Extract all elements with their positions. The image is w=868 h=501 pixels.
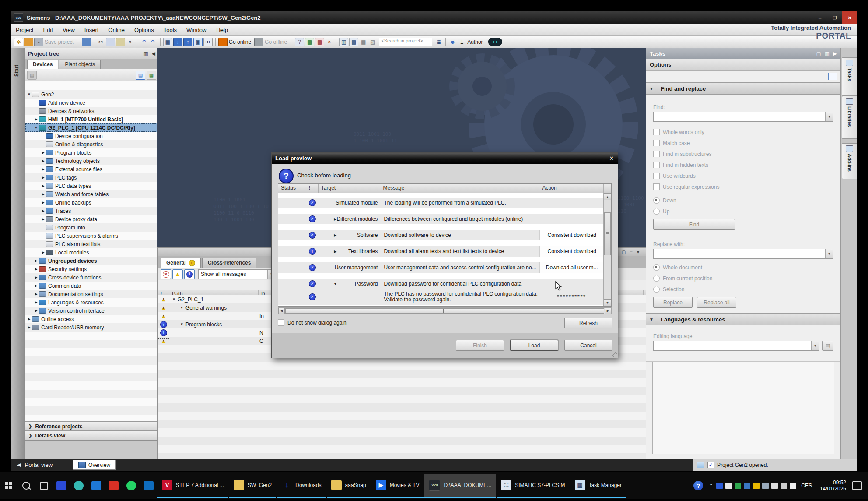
start-button[interactable] bbox=[2, 479, 15, 492]
side-tab-libraries[interactable]: Libraries bbox=[842, 96, 857, 139]
print-icon[interactable] bbox=[82, 38, 91, 46]
tree-item-security-settings[interactable]: ▶Security settings bbox=[25, 265, 158, 273]
radio-button[interactable] bbox=[653, 208, 660, 215]
expander-icon[interactable]: ▶ bbox=[27, 317, 31, 321]
expander-icon[interactable]: ▶ bbox=[34, 292, 38, 296]
warning-filter-icon[interactable]: ▲ bbox=[172, 269, 183, 279]
minimize-button[interactable]: – bbox=[812, 11, 827, 24]
tree-item-plc-data-types[interactable]: ▶PLC data types bbox=[25, 182, 158, 190]
go-online-icon[interactable] bbox=[218, 38, 228, 46]
expander-icon[interactable]: ▶ bbox=[41, 151, 45, 155]
taskbar-app-sw-gen2[interactable]: SW_Gen2 bbox=[229, 474, 276, 498]
checkbox[interactable] bbox=[278, 319, 284, 326]
tree-item-documentation-settings[interactable]: ▶Documentation settings bbox=[25, 290, 158, 298]
whatsapp-app-icon[interactable] bbox=[125, 479, 138, 492]
cancel-button[interactable]: Cancel bbox=[564, 340, 612, 351]
checkbox[interactable] bbox=[653, 162, 660, 168]
tree-item-technology-objects[interactable]: ▶Technology objects bbox=[25, 157, 158, 165]
search-button[interactable] bbox=[20, 479, 33, 492]
find-replace-section-header[interactable]: ▼ Find and replace bbox=[646, 82, 840, 95]
panel-bar-details-view[interactable]: ❯Details view bbox=[25, 430, 158, 440]
overview-tab[interactable]: Overview bbox=[73, 460, 116, 470]
float-window-icon[interactable]: ▢ bbox=[816, 51, 821, 56]
menu-tools[interactable]: Tools bbox=[159, 27, 182, 33]
taskbar-app-movies-tv[interactable]: ▶Movies & TV bbox=[371, 474, 424, 498]
checkbox[interactable] bbox=[653, 140, 660, 146]
receive-alarms-icon[interactable]: ▤ bbox=[315, 38, 324, 46]
radio-selection[interactable]: Selection bbox=[653, 286, 840, 293]
tree-item-languages-resources[interactable]: ▶Languages & resources bbox=[25, 298, 158, 307]
panel-bar-reference-projects[interactable]: ❯Reference projects bbox=[25, 421, 158, 431]
calculator-tray-icon[interactable] bbox=[725, 483, 732, 489]
task-view-button[interactable] bbox=[37, 479, 50, 492]
taskbar-app-d-aaa-dokume-[interactable]: V20D:\AAA_DOKUME... bbox=[424, 474, 496, 498]
radio-whole-document[interactable]: Whole document bbox=[653, 264, 840, 271]
tab-cross-references[interactable]: Cross-references bbox=[202, 258, 257, 268]
portal-view-button[interactable]: ◀ Portal view bbox=[17, 462, 52, 468]
taskbar-app-aaasnap[interactable]: aaaSnap bbox=[327, 474, 371, 498]
green-status-tray-icon[interactable] bbox=[735, 483, 741, 489]
menu-insert[interactable]: Insert bbox=[80, 27, 104, 33]
expander-icon[interactable]: ▶ bbox=[41, 217, 45, 221]
expander-icon[interactable]: ▶ bbox=[333, 233, 337, 237]
expander-icon[interactable]: ▶ bbox=[34, 117, 38, 121]
language-indicator[interactable]: CES bbox=[801, 483, 812, 489]
outlook-app-icon[interactable] bbox=[142, 479, 155, 492]
scroll-right-icon[interactable]: ▶ bbox=[605, 308, 611, 314]
checkbox[interactable] bbox=[653, 173, 660, 179]
tree-item-hmi-1-mtp700-unified-basic-[interactable]: ▶HMI_1 [MTP700 Unified Basic] bbox=[25, 115, 158, 123]
checkbox-use-wildcards[interactable]: Use wildcards bbox=[653, 173, 840, 179]
dialog-title-bar[interactable]: Load preview ✕ bbox=[272, 153, 618, 164]
undo-icon[interactable]: ↶ bbox=[140, 38, 148, 46]
user-sync-icon[interactable]: ± bbox=[458, 38, 466, 46]
column-header-Target[interactable]: Target bbox=[318, 184, 381, 193]
tab-plant-objects[interactable]: Plant objects bbox=[59, 60, 101, 69]
refresh-button[interactable]: Refresh bbox=[564, 318, 612, 328]
columns-icon[interactable]: ▥ bbox=[144, 51, 148, 56]
paste-icon[interactable] bbox=[116, 38, 125, 46]
tree-item-program-blocks[interactable]: ▶Program blocks bbox=[25, 148, 158, 157]
start-rail-label[interactable]: Start bbox=[14, 65, 20, 77]
tree-item-online-diagnostics[interactable]: Online & diagnostics bbox=[25, 140, 158, 148]
checkbox-match-case[interactable]: Match case bbox=[653, 140, 840, 146]
expander-icon[interactable]: ▼ bbox=[34, 126, 38, 130]
expander-icon[interactable]: ▶ bbox=[34, 267, 38, 271]
assistant-icon[interactable] bbox=[488, 38, 502, 46]
taskbar-app-simatic-s7-plcsim[interactable]: PLC SIMSIMATIC S7-PLCSIM bbox=[497, 474, 569, 498]
replace-button[interactable]: Replace bbox=[653, 297, 693, 308]
expander-icon[interactable]: ▶ bbox=[41, 176, 45, 180]
editing-language-select[interactable]: ▼ bbox=[653, 341, 819, 351]
collapse-panel-icon[interactable]: ◀ bbox=[152, 51, 155, 56]
taskbar-app-downloads[interactable]: ↓Downloads bbox=[277, 474, 326, 498]
action-select[interactable]: Consistent download bbox=[539, 246, 604, 257]
checkbox[interactable] bbox=[653, 151, 660, 157]
mail-app-icon[interactable] bbox=[55, 479, 68, 492]
vertical-scrollbar[interactable]: ▲ ▼ bbox=[603, 193, 611, 306]
diagnostics-icon[interactable]: ? bbox=[295, 38, 304, 46]
horizontal-scrollbar[interactable]: ◀ ▶ bbox=[278, 307, 612, 314]
tree-item-local-modules[interactable]: ▶Local modules bbox=[25, 248, 158, 257]
add-language-icon[interactable]: ▤ bbox=[822, 341, 833, 351]
expand-window-icon[interactable]: ≡ bbox=[630, 250, 633, 254]
menu-window[interactable]: Window bbox=[182, 27, 211, 33]
radio-up[interactable]: Up bbox=[653, 208, 840, 215]
chevron-up-icon[interactable]: ⌃ bbox=[707, 483, 715, 489]
tree-item-devices-networks[interactable]: Devices & networks bbox=[25, 107, 158, 115]
tree-item-program-info[interactable]: Program info bbox=[25, 223, 158, 232]
notification-icon[interactable] bbox=[852, 481, 862, 490]
checkbox-find-in-substructures[interactable]: Find in substructures bbox=[653, 151, 840, 157]
do-not-show-checkbox[interactable]: Do not show dialog again bbox=[278, 319, 346, 326]
accessible-devices-icon[interactable]: ▤ bbox=[305, 38, 314, 46]
radio-button[interactable] bbox=[653, 275, 660, 282]
tree-item-common-data[interactable]: ▶Common data bbox=[25, 282, 158, 290]
radio-button[interactable] bbox=[653, 286, 660, 293]
expander-icon[interactable]: ▶ bbox=[41, 209, 45, 213]
expander-icon[interactable]: ▼ bbox=[180, 306, 184, 310]
new-project-icon[interactable]: ✲ bbox=[14, 38, 23, 46]
column-header-Message[interactable]: Message bbox=[380, 184, 539, 193]
stop-runtime-icon[interactable]: RT bbox=[203, 38, 213, 46]
tree-item-g2-plc-1-cpu-1214c-dc-dc-rly-[interactable]: ▼G2_PLC_1 [CPU 1214C DC/DC/Rly] bbox=[25, 123, 158, 132]
find-button[interactable]: Find bbox=[653, 219, 735, 230]
load-preview-row[interactable]: i▶Text librariesDownload all alarm texts… bbox=[278, 246, 604, 257]
browser-app-icon[interactable] bbox=[90, 479, 103, 492]
